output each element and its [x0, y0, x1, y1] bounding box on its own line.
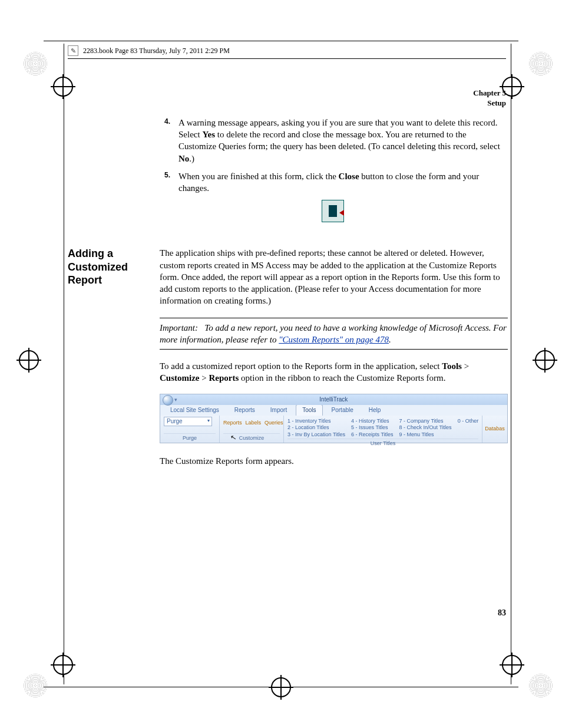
app-title: IntelliTrack: [319, 396, 348, 404]
step-list: 4. A warning message appears, asking you…: [160, 117, 506, 195]
crop-line-top: [44, 41, 518, 41]
nav-paragraph: To add a customized report option to the…: [160, 360, 508, 384]
page-content: ✎ 2283.book Page 83 Thursday, July 7, 20…: [68, 45, 506, 683]
title-link[interactable]: 8 - Check In/Out Titles: [399, 424, 452, 431]
group-label-purge: Purge: [164, 433, 216, 442]
title-link[interactable]: 3 - Inv By Location Titles: [287, 431, 345, 439]
title-link[interactable]: 1 - Inventory Titles: [287, 418, 345, 425]
ribbon-body: Purge Purge Reports Labels Queries Custo…: [160, 416, 507, 443]
ribbon-tabstrip: Local Site Settings Reports Import Tools…: [160, 405, 507, 416]
step-number: 4.: [160, 117, 170, 164]
ribbon-titlebar: ▾ IntelliTrack: [160, 394, 507, 405]
registration-circle: [24, 674, 47, 697]
after-ribbon-text: The Customize Reports form appears.: [160, 455, 508, 467]
ribbon-group-purge: Purge Purge: [160, 416, 220, 443]
database-label[interactable]: Databas: [485, 425, 505, 432]
tab-import[interactable]: Import: [264, 404, 293, 416]
qat-dropdown-icon[interactable]: ▾: [174, 396, 177, 403]
tab-reports[interactable]: Reports: [228, 404, 262, 416]
title-link[interactable]: 7 - Company Titles: [399, 418, 452, 425]
registration-cross-icon: [19, 350, 39, 370]
title-link[interactable]: [458, 431, 479, 439]
title-link[interactable]: 9 - Menu Titles: [399, 431, 452, 439]
registration-cross-icon: [535, 350, 555, 370]
book-header-text: 2283.book Page 83 Thursday, July 7, 2011…: [83, 47, 230, 55]
registration-circle: [529, 52, 553, 75]
tab-tools[interactable]: Tools: [296, 404, 322, 416]
step-item: 5. When you are finished at this form, c…: [160, 170, 506, 195]
ribbon-screenshot: ▾ IntelliTrack Local Site Settings Repor…: [160, 394, 508, 443]
important-label: Important:: [160, 323, 198, 332]
ribbon-group-user-titles: 1 - Inventory Titles 4 - History Titles …: [284, 416, 482, 443]
step-item: 4. A warning message appears, asking you…: [160, 117, 506, 164]
title-link[interactable]: [458, 424, 479, 431]
group-label-user-titles: User Titles: [287, 439, 478, 447]
registration-circle: [24, 52, 47, 75]
title-link[interactable]: 4 - History Titles: [351, 418, 394, 425]
customize-queries-button[interactable]: Queries: [265, 419, 283, 426]
customize-labels-button[interactable]: Labels: [246, 419, 262, 426]
title-link[interactable]: 0 - Other: [458, 418, 479, 425]
chapter-heading: Chapter 5 Setup: [68, 88, 506, 108]
tab-local-site-settings[interactable]: Local Site Settings: [164, 404, 226, 416]
close-form-icon: [322, 200, 344, 222]
office-orb-icon[interactable]: [163, 395, 173, 406]
important-note: Important: To add a new report, you need…: [160, 318, 508, 350]
ribbon-group-database: Databas: [482, 416, 507, 443]
book-icon: ✎: [68, 45, 78, 56]
title-link[interactable]: 6 - Receipts Titles: [351, 431, 394, 439]
crop-line-right: [511, 44, 511, 684]
chapter-number: Chapter 5: [68, 88, 506, 98]
registration-circle: [529, 674, 553, 697]
step-text: A warning message appears, asking you if…: [178, 117, 506, 164]
crop-line-left: [64, 44, 64, 684]
ribbon-group-customize: Reports Labels Queries Customize ↖: [220, 416, 284, 443]
chapter-title: Setup: [68, 98, 506, 108]
section-paragraph: The application ships with pre-defined r…: [160, 247, 508, 307]
section-title: Adding a Customized Report: [68, 247, 144, 287]
purge-dropdown[interactable]: Purge: [164, 417, 212, 426]
title-link[interactable]: 5 - Issues Titles: [351, 424, 394, 431]
book-header: ✎ 2283.book Page 83 Thursday, July 7, 20…: [68, 45, 506, 59]
step-number: 5.: [160, 170, 170, 195]
custom-reports-link[interactable]: "Custom Reports" on page 478: [279, 335, 389, 344]
title-link[interactable]: 2 - Location Titles: [287, 424, 345, 431]
customize-reports-button[interactable]: Reports: [223, 419, 242, 426]
step-text: When you are finished at this form, clic…: [178, 170, 506, 195]
tab-portable[interactable]: Portable: [325, 404, 360, 416]
tab-help[interactable]: Help: [362, 404, 388, 416]
page-number: 83: [498, 608, 506, 618]
